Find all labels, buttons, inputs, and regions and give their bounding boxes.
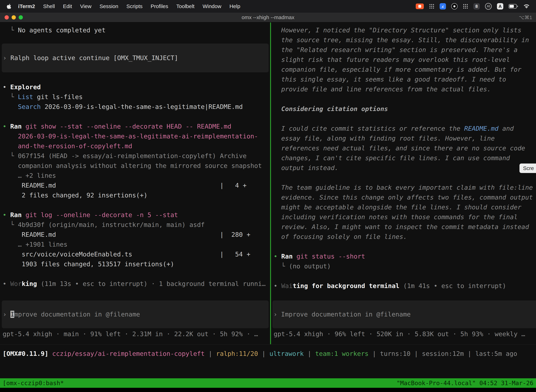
terminal-line: › Improve documentation in @filename [273, 309, 536, 319]
screen-recording-indicator-icon[interactable] [416, 4, 424, 9]
text-segment: Ran [281, 253, 293, 260]
ralph-loop-banner: › Ralph loop active continue [OMX_TMUX_I… [2, 44, 269, 72]
menu-item-edit[interactable]: Edit [59, 3, 76, 9]
text-segment: git ls-files [33, 93, 83, 100]
right-model-status: gpt-5.4 xhigh · 96% left · 520K in · 5.8… [274, 329, 525, 339]
terminal-line [274, 271, 536, 281]
text-segment: git show --stat --oneline --decorate HEA… [25, 123, 231, 130]
terminal-pane-right: However, I noticed the "Directory Struct… [271, 23, 536, 378]
text-segment: • [3, 123, 10, 130]
keyboard-grid-icon[interactable] [429, 4, 434, 9]
swift-app-icon[interactable] [440, 3, 446, 9]
terminal-content: └ No agents completed yet › Ralph loop a… [0, 23, 536, 378]
menu-item-scripts[interactable]: Scripts [122, 3, 147, 9]
terminal-line: including verification notes with those … [274, 212, 536, 222]
menu-item-window[interactable]: Window [199, 3, 225, 9]
left-agents-status: └ No agents completed yet [0, 23, 270, 35]
terminal-line [274, 173, 536, 183]
menu-item-toolbelt[interactable]: Toolbelt [172, 3, 199, 9]
text-segment: └ [3, 152, 18, 159]
text-segment: • [274, 282, 281, 289]
menu-item-help[interactable]: Help [225, 3, 244, 9]
text-segment: might be acceptable alongside the file l… [274, 204, 522, 211]
text-segment: | [464, 350, 475, 357]
text-segment: › [273, 311, 281, 318]
text-segment: ralph:11/20 [216, 350, 258, 357]
text-segment: … +1901 lines [3, 241, 67, 248]
left-prompt-input-text: › Improve documentation in @filename [3, 309, 269, 319]
text-segment [22, 211, 25, 219]
terminal-line: 2026-03-09-is-legal-the-same-as-legitima… [3, 131, 270, 141]
text-segment: [OMX#0.11.9] [3, 350, 52, 357]
text-segment [399, 282, 403, 289]
circle-app-dot-icon [453, 5, 455, 7]
text-segment: No agents completed yet [18, 27, 106, 34]
terminal-line: references need actual files, and since … [274, 143, 536, 153]
text-segment: and [498, 125, 514, 132]
ralph-loop-banner-text: › Ralph loop active continue [OMX_TMUX_I… [3, 53, 269, 63]
apps-grid-icon[interactable] [463, 4, 468, 9]
text-segment: ultrawork [269, 350, 304, 357]
menu-item-shell[interactable]: Shell [39, 3, 59, 9]
numpad-app-icon[interactable]: 8 [474, 3, 480, 9]
terminal-line: The team guideline is to back every impo… [274, 183, 536, 192]
left-prompt-input[interactable]: › Improve documentation in @filename [2, 300, 269, 328]
right-prompt-input[interactable]: › Improve documentation in @filename [273, 300, 536, 328]
terminal-line [274, 94, 536, 104]
text-segment: • [3, 280, 10, 287]
battery-cycle-gauge-icon[interactable]: .61 [485, 3, 492, 10]
terminal-line [3, 269, 270, 279]
menu-item-profiles[interactable]: Profiles [147, 3, 172, 9]
text-segment: evidence. Since this change only affects… [274, 194, 533, 201]
terminal-line: • Working (11m 13s • esc to interrupt) ·… [3, 279, 270, 289]
wifi-icon[interactable] [523, 4, 530, 9]
text-segment: › [3, 311, 10, 318]
terminal-line: Considering citation options [274, 104, 536, 114]
window-title-bar: omx --xhigh --madmax ⌥⌘1 [0, 13, 536, 23]
text-segment: the source tree, missing the essay. Stil… [274, 36, 529, 44]
right-transcript: However, I noticed the "Directory Struct… [271, 23, 536, 291]
text-segment: Considering citation options [281, 105, 388, 112]
terminal-line: Search 2026-03-09-is-legal-the-same-as-l… [3, 102, 270, 112]
terminal-line: evidence. Since this change only affects… [274, 192, 536, 202]
text-segment: gpt-5.4 xhigh · main · 91% left · 2.31M … [3, 330, 258, 338]
menu-item-session[interactable]: Session [96, 3, 122, 9]
pane-split-divider[interactable] [270, 23, 271, 344]
minimize-window-button[interactable] [12, 15, 16, 19]
left-model-status: gpt-5.4 xhigh · main · 91% left · 2.31M … [3, 329, 258, 339]
text-segment: (no output) [289, 263, 331, 270]
battery-icon[interactable] [509, 4, 518, 9]
text-segment: 1903 files changed, 513517 insertions(+) [3, 261, 174, 268]
menu-item-view[interactable]: View [76, 3, 96, 9]
zoom-window-button[interactable] [19, 15, 23, 19]
terminal-line: └ 067f154 (HEAD -> essay/ai-reimplementa… [3, 151, 270, 161]
text-segment: companion analysis without altering the … [3, 162, 262, 169]
text-segment: However, I noticed the "Directory Struct… [274, 27, 522, 34]
record-dot-icon [418, 5, 421, 8]
text-segment: Ran [10, 211, 22, 219]
text-segment [37, 280, 41, 287]
text-segment: output instead. [274, 164, 338, 171]
circle-app-icon[interactable] [451, 3, 458, 9]
text-segment: changes, I can't cite specific file line… [274, 154, 510, 162]
text-segment [3, 133, 18, 140]
terminal-line: the "Related research writing" section i… [274, 45, 536, 55]
close-window-button[interactable] [5, 15, 9, 19]
text-segment [3, 142, 18, 150]
window-title: omx --xhigh --madmax [242, 14, 294, 20]
terminal-line: • Ran git log --oneline --decorate -n 5 … [3, 210, 270, 220]
terminal-line [3, 200, 270, 210]
terminal-line: README.md | 4 + [3, 181, 270, 190]
terminal-line: might be acceptable alongside the file l… [274, 202, 536, 212]
text-segment: • [3, 211, 10, 219]
apple-menu-icon[interactable] [6, 3, 12, 9]
terminal-line: └ No agents completed yet [3, 25, 270, 35]
menu-app-name[interactable]: iTerm2 [14, 3, 39, 9]
text-segment: └ [3, 221, 18, 228]
terminal-line: • Ran git status --short [274, 252, 536, 261]
terminal-line: output instead. [274, 163, 536, 173]
text-segment: README.md | 4 + [3, 182, 247, 189]
screen-edge-button[interactable]: Scre [519, 163, 536, 173]
input-source-icon[interactable]: A [497, 3, 503, 9]
terminal-line: └ (no output) [274, 261, 536, 271]
